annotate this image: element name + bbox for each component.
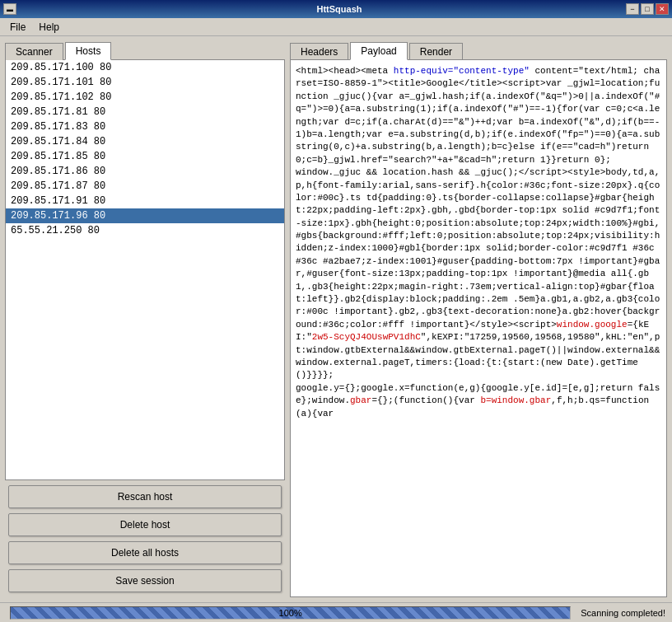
window-title: HttSquash [53,4,626,14]
menubar: File Help [0,18,672,36]
list-item[interactable]: 209.85.171.102 80 [6,90,284,105]
list-item[interactable]: 209.85.171.85 80 [6,149,284,164]
right-tab-bar: Headers Payload Render [290,41,667,59]
list-item[interactable]: 209.85.171.87 80 [6,179,284,194]
list-item[interactable]: 209.85.171.83 80 [6,119,284,134]
minimize-button[interactable]: − [626,3,639,15]
window-controls: − □ ✕ [626,3,669,15]
status-text: Scanning completed! [581,608,672,618]
right-panel: Headers Payload Render <html><head><meta… [290,41,667,597]
left-panel: Scanner Hosts 209.85.171.100 80 209.85.1… [5,41,285,597]
host-list[interactable]: 209.85.171.100 80 209.85.171.101 80 209.… [6,60,284,479]
delete-all-hosts-button[interactable]: Delete all hosts [8,541,282,564]
tab-render[interactable]: Render [409,43,463,60]
list-item[interactable]: 65.55.21.250 80 [6,223,284,238]
save-session-button[interactable]: Save session [8,569,282,592]
menu-help[interactable]: Help [32,20,66,35]
menu-file[interactable]: File [3,20,32,35]
rescan-host-button[interactable]: Rescan host [8,485,282,508]
titlebar: ▬ HttSquash − □ ✕ [0,0,672,18]
delete-host-button[interactable]: Delete host [8,513,282,536]
list-item-selected[interactable]: 209.85.171.96 80 [6,208,284,223]
tab-scanner[interactable]: Scanner [5,43,63,60]
payload-text-area[interactable]: <html><head><meta http-equiv="content-ty… [291,60,666,596]
list-item[interactable]: 209.85.171.86 80 [6,164,284,179]
list-item[interactable]: 209.85.171.101 80 [6,75,284,90]
tab-headers[interactable]: Headers [290,43,348,60]
system-menu-button[interactable]: ▬ [3,3,16,15]
list-item[interactable]: 209.85.171.100 80 [6,60,284,75]
tab-hosts[interactable]: Hosts [65,42,112,60]
main-content: Scanner Hosts 209.85.171.100 80 209.85.1… [0,36,672,602]
close-button[interactable]: ✕ [656,3,669,15]
maximize-button[interactable]: □ [641,3,654,15]
progress-wrapper: 100% [5,604,576,622]
list-item[interactable]: 209.85.171.81 80 [6,105,284,119]
payload-content: <html><head><meta http-equiv="content-ty… [290,59,667,597]
list-item[interactable]: 209.85.171.84 80 [6,134,284,149]
statusbar: 100% Scanning completed! [0,602,672,622]
list-item[interactable]: 209.85.171.91 80 [6,194,284,208]
tab-payload[interactable]: Payload [350,42,407,60]
progress-label: 100% [279,608,302,618]
hosts-tab-content: 209.85.171.100 80 209.85.171.101 80 209.… [5,59,285,480]
left-tab-bar: Scanner Hosts [5,41,285,59]
buttons-panel: Rescan host Delete host Delete all hosts… [5,480,285,597]
